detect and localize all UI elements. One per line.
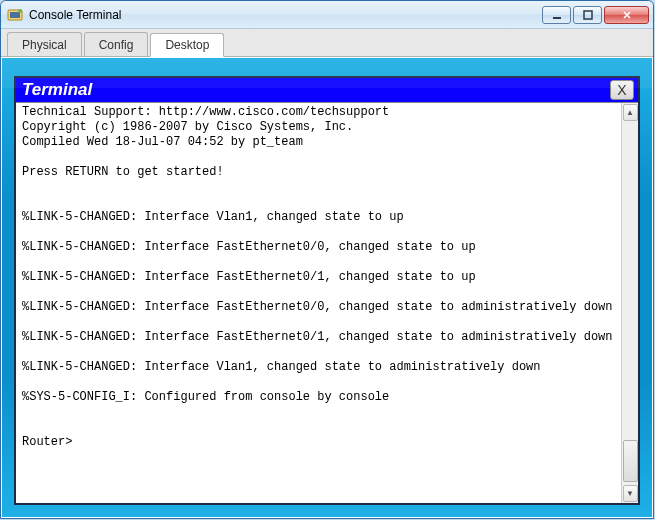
app-icon: [7, 7, 23, 23]
maximize-button[interactable]: [573, 6, 602, 24]
app-window: Console Terminal Physical Config Desktop…: [0, 0, 654, 519]
close-button[interactable]: [604, 6, 649, 24]
terminal-body-wrap: Technical Support: http://www.cisco.com/…: [16, 102, 638, 503]
titlebar[interactable]: Console Terminal: [1, 1, 653, 29]
svg-rect-1: [10, 12, 20, 18]
minimize-button[interactable]: [542, 6, 571, 24]
tabstrip: Physical Config Desktop: [1, 29, 653, 57]
tab-physical[interactable]: Physical: [7, 32, 82, 56]
client-glow: [2, 58, 652, 88]
tab-desktop[interactable]: Desktop: [150, 33, 224, 57]
scroll-track[interactable]: [623, 122, 638, 484]
client-area: Terminal X Technical Support: http://www…: [2, 58, 652, 517]
scrollbar[interactable]: ▲ ▼: [621, 103, 638, 503]
terminal-panel: Terminal X Technical Support: http://www…: [14, 76, 640, 505]
svg-rect-4: [584, 11, 592, 19]
scroll-up-button[interactable]: ▲: [623, 104, 638, 121]
window-controls: [542, 6, 649, 24]
tab-config[interactable]: Config: [84, 32, 149, 56]
window-title: Console Terminal: [29, 8, 542, 22]
scroll-down-button[interactable]: ▼: [623, 485, 638, 502]
svg-rect-3: [553, 17, 561, 19]
terminal-output[interactable]: Technical Support: http://www.cisco.com/…: [16, 103, 621, 503]
scroll-thumb[interactable]: [623, 440, 638, 482]
svg-point-2: [18, 9, 22, 13]
